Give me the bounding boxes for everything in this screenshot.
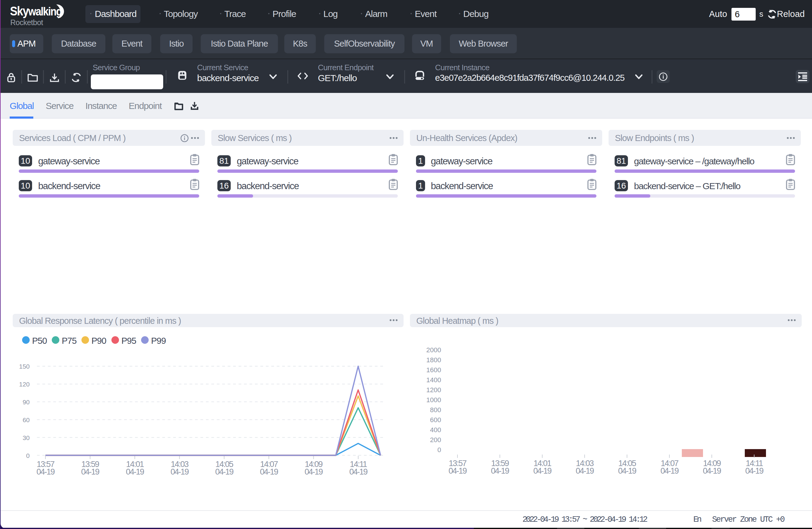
svg-text:04-19: 04-19 [81, 467, 99, 476]
svg-text:1200: 1200 [426, 386, 441, 394]
svg-text:120: 120 [19, 381, 30, 388]
svg-text:04-19: 04-19 [703, 466, 721, 475]
svg-text:04-19: 04-19 [215, 467, 233, 476]
svg-text:04-19: 04-19 [618, 466, 636, 475]
svg-text:04-19: 04-19 [533, 466, 551, 475]
svg-text:2000: 2000 [426, 346, 441, 354]
svg-text:04-19: 04-19 [660, 466, 679, 475]
svg-text:800: 800 [430, 406, 441, 414]
svg-text:04-19: 04-19 [576, 466, 594, 475]
svg-text:400: 400 [430, 426, 441, 434]
svg-text:150: 150 [19, 363, 30, 370]
svg-text:200: 200 [430, 436, 441, 444]
svg-text:04-19: 04-19 [36, 467, 55, 476]
svg-text:0: 0 [26, 452, 30, 459]
svg-text:30: 30 [23, 434, 30, 441]
svg-text:04-19: 04-19 [491, 466, 509, 475]
svg-text:04-19: 04-19 [349, 467, 367, 476]
svg-text:90: 90 [23, 399, 30, 406]
svg-text:04-19: 04-19 [448, 466, 466, 475]
svg-text:1800: 1800 [426, 356, 441, 364]
svg-text:04-19: 04-19 [260, 467, 278, 476]
svg-text:600: 600 [430, 416, 441, 424]
svg-text:04-19: 04-19 [126, 467, 144, 476]
svg-text:04-19: 04-19 [745, 466, 763, 475]
svg-text:1400: 1400 [426, 376, 441, 384]
svg-text:1000: 1000 [426, 396, 441, 404]
svg-text:60: 60 [23, 416, 30, 423]
svg-text:04-19: 04-19 [305, 467, 323, 476]
svg-text:1600: 1600 [426, 366, 441, 374]
svg-text:0: 0 [437, 446, 441, 454]
svg-text:04-19: 04-19 [171, 467, 189, 476]
